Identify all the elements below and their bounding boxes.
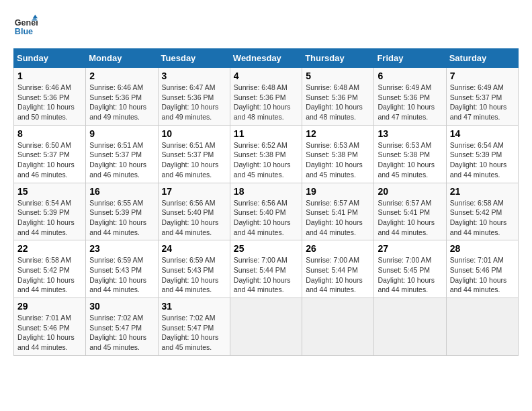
header-day-friday: Friday (374, 49, 446, 68)
calendar-cell: 27Sunrise: 7:00 AM Sunset: 5:45 PM Dayli… (374, 240, 446, 298)
calendar-cell: 21Sunrise: 6:58 AM Sunset: 5:42 PM Dayli… (446, 183, 518, 240)
calendar-week-1: 1Sunrise: 6:46 AM Sunset: 5:36 PM Daylig… (14, 68, 519, 126)
day-info: Sunrise: 6:58 AM Sunset: 5:42 PM Dayligh… (450, 198, 515, 238)
day-number: 12 (306, 128, 370, 139)
day-number: 10 (162, 128, 226, 139)
day-info: Sunrise: 6:46 AM Sunset: 5:36 PM Dayligh… (17, 83, 82, 122)
day-info: Sunrise: 6:48 AM Sunset: 5:36 PM Dayligh… (234, 83, 298, 122)
day-info: Sunrise: 7:00 AM Sunset: 5:45 PM Dayligh… (378, 255, 442, 295)
day-number: 22 (17, 243, 82, 254)
day-info: Sunrise: 6:48 AM Sunset: 5:36 PM Dayligh… (306, 83, 370, 122)
header-day-monday: Monday (86, 49, 158, 68)
calendar-week-2: 8Sunrise: 6:50 AM Sunset: 5:37 PM Daylig… (14, 125, 519, 183)
day-number: 16 (89, 186, 154, 197)
header-day-thursday: Thursday (302, 49, 374, 68)
calendar-cell: 22Sunrise: 6:58 AM Sunset: 5:42 PM Dayli… (14, 240, 86, 298)
calendar-cell: 8Sunrise: 6:50 AM Sunset: 5:37 PM Daylig… (14, 125, 86, 183)
day-info: Sunrise: 6:51 AM Sunset: 5:37 PM Dayligh… (162, 140, 226, 180)
day-info: Sunrise: 6:53 AM Sunset: 5:38 PM Dayligh… (306, 140, 370, 180)
day-number: 4 (234, 71, 298, 81)
calendar-cell: 12Sunrise: 6:53 AM Sunset: 5:38 PM Dayli… (302, 125, 374, 183)
day-info: Sunrise: 6:59 AM Sunset: 5:43 PM Dayligh… (162, 255, 226, 295)
calendar-cell: 5Sunrise: 6:48 AM Sunset: 5:36 PM Daylig… (302, 68, 374, 126)
day-info: Sunrise: 6:56 AM Sunset: 5:40 PM Dayligh… (234, 198, 298, 238)
day-info: Sunrise: 7:00 AM Sunset: 5:44 PM Dayligh… (306, 255, 370, 295)
day-number: 31 (162, 301, 226, 312)
calendar-cell: 28Sunrise: 7:01 AM Sunset: 5:46 PM Dayli… (446, 240, 518, 298)
day-number: 24 (162, 243, 226, 254)
calendar-cell: 15Sunrise: 6:54 AM Sunset: 5:39 PM Dayli… (14, 183, 86, 240)
calendar-cell: 7Sunrise: 6:49 AM Sunset: 5:37 PM Daylig… (446, 68, 518, 126)
calendar-cell: 6Sunrise: 6:49 AM Sunset: 5:36 PM Daylig… (374, 68, 446, 126)
calendar-week-3: 15Sunrise: 6:54 AM Sunset: 5:39 PM Dayli… (14, 183, 519, 240)
header-day-tuesday: Tuesday (158, 49, 230, 68)
day-info: Sunrise: 6:57 AM Sunset: 5:41 PM Dayligh… (378, 198, 442, 238)
day-info: Sunrise: 6:59 AM Sunset: 5:43 PM Dayligh… (89, 255, 154, 295)
day-info: Sunrise: 6:57 AM Sunset: 5:41 PM Dayligh… (306, 198, 370, 238)
day-number: 15 (17, 186, 82, 197)
calendar-cell: 9Sunrise: 6:51 AM Sunset: 5:37 PM Daylig… (86, 125, 158, 183)
calendar-cell: 16Sunrise: 6:55 AM Sunset: 5:39 PM Dayli… (86, 183, 158, 240)
calendar-body: 1Sunrise: 6:46 AM Sunset: 5:36 PM Daylig… (14, 68, 519, 356)
calendar-cell: 23Sunrise: 6:59 AM Sunset: 5:43 PM Dayli… (86, 240, 158, 298)
day-info: Sunrise: 6:54 AM Sunset: 5:39 PM Dayligh… (450, 140, 515, 180)
calendar-cell (302, 298, 374, 356)
day-number: 26 (306, 243, 370, 254)
day-number: 29 (17, 301, 82, 312)
day-number: 14 (450, 128, 515, 139)
header-day-sunday: Sunday (14, 49, 86, 68)
day-info: Sunrise: 7:01 AM Sunset: 5:46 PM Dayligh… (17, 313, 82, 353)
calendar-cell (446, 298, 518, 356)
day-number: 7 (450, 71, 515, 81)
calendar-cell: 18Sunrise: 6:56 AM Sunset: 5:40 PM Dayli… (230, 183, 302, 240)
day-info: Sunrise: 6:55 AM Sunset: 5:39 PM Dayligh… (89, 198, 154, 238)
calendar-cell (374, 298, 446, 356)
svg-text:Blue: Blue (15, 27, 33, 36)
day-number: 5 (306, 71, 370, 81)
calendar-cell: 2Sunrise: 6:46 AM Sunset: 5:36 PM Daylig… (86, 68, 158, 126)
day-number: 23 (89, 243, 154, 254)
day-info: Sunrise: 6:53 AM Sunset: 5:38 PM Dayligh… (378, 140, 442, 180)
day-info: Sunrise: 6:49 AM Sunset: 5:36 PM Dayligh… (378, 83, 442, 122)
calendar-cell: 30Sunrise: 7:02 AM Sunset: 5:47 PM Dayli… (86, 298, 158, 356)
calendar-cell: 1Sunrise: 6:46 AM Sunset: 5:36 PM Daylig… (14, 68, 86, 126)
calendar-cell: 19Sunrise: 6:57 AM Sunset: 5:41 PM Dayli… (302, 183, 374, 240)
day-info: Sunrise: 6:54 AM Sunset: 5:39 PM Dayligh… (17, 198, 82, 238)
day-info: Sunrise: 7:00 AM Sunset: 5:44 PM Dayligh… (234, 255, 298, 295)
day-number: 1 (17, 71, 82, 81)
day-number: 13 (378, 128, 442, 139)
day-number: 25 (234, 243, 298, 254)
day-info: Sunrise: 6:52 AM Sunset: 5:38 PM Dayligh… (234, 140, 298, 180)
calendar-cell: 11Sunrise: 6:52 AM Sunset: 5:38 PM Dayli… (230, 125, 302, 183)
day-info: Sunrise: 6:56 AM Sunset: 5:40 PM Dayligh… (162, 198, 226, 238)
day-number: 19 (306, 186, 370, 197)
logo-icon: General Blue (13, 13, 38, 38)
day-number: 27 (378, 243, 442, 254)
calendar-cell: 29Sunrise: 7:01 AM Sunset: 5:46 PM Dayli… (14, 298, 86, 356)
day-info: Sunrise: 6:49 AM Sunset: 5:37 PM Dayligh… (450, 83, 515, 122)
calendar-cell: 14Sunrise: 6:54 AM Sunset: 5:39 PM Dayli… (446, 125, 518, 183)
day-number: 20 (378, 186, 442, 197)
calendar-cell: 25Sunrise: 7:00 AM Sunset: 5:44 PM Dayli… (230, 240, 302, 298)
calendar-cell: 4Sunrise: 6:48 AM Sunset: 5:36 PM Daylig… (230, 68, 302, 126)
calendar-cell: 31Sunrise: 7:02 AM Sunset: 5:47 PM Dayli… (158, 298, 230, 356)
day-info: Sunrise: 6:58 AM Sunset: 5:42 PM Dayligh… (17, 255, 82, 295)
calendar-cell: 17Sunrise: 6:56 AM Sunset: 5:40 PM Dayli… (158, 183, 230, 240)
day-number: 21 (450, 186, 515, 197)
calendar-cell: 3Sunrise: 6:47 AM Sunset: 5:36 PM Daylig… (158, 68, 230, 126)
day-number: 28 (450, 243, 515, 254)
calendar-week-5: 29Sunrise: 7:01 AM Sunset: 5:46 PM Dayli… (14, 298, 519, 356)
day-number: 9 (89, 128, 154, 139)
day-number: 2 (89, 71, 154, 81)
day-info: Sunrise: 6:50 AM Sunset: 5:37 PM Dayligh… (17, 140, 82, 180)
calendar-week-4: 22Sunrise: 6:58 AM Sunset: 5:42 PM Dayli… (14, 240, 519, 298)
calendar-header-row: SundayMondayTuesdayWednesdayThursdayFrid… (14, 49, 519, 68)
calendar-cell: 10Sunrise: 6:51 AM Sunset: 5:37 PM Dayli… (158, 125, 230, 183)
day-number: 11 (234, 128, 298, 139)
day-number: 30 (89, 301, 154, 312)
day-number: 8 (17, 128, 82, 139)
calendar-cell: 26Sunrise: 7:00 AM Sunset: 5:44 PM Dayli… (302, 240, 374, 298)
calendar-cell (230, 298, 302, 356)
day-number: 18 (234, 186, 298, 197)
calendar-table: SundayMondayTuesdayWednesdayThursdayFrid… (13, 48, 519, 356)
